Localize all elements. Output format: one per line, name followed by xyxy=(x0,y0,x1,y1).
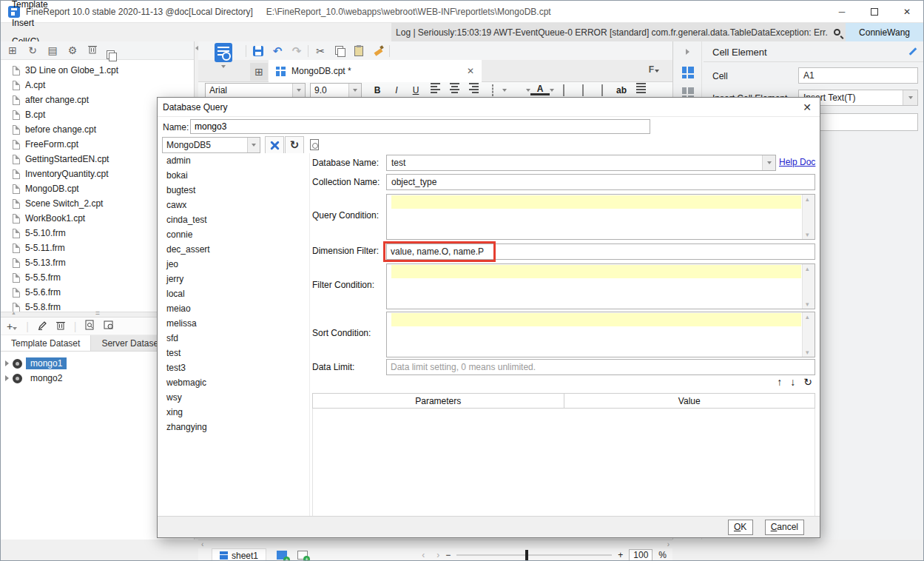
cut-button[interactable]: ✂ xyxy=(312,44,328,58)
move-down-icon[interactable]: ↓ xyxy=(790,376,795,388)
collection-list-item[interactable]: melissa xyxy=(162,316,309,331)
undo-button[interactable]: ↶ xyxy=(269,44,286,58)
widget-button[interactable] xyxy=(593,85,612,95)
zoom-slider[interactable] xyxy=(456,554,612,556)
panel-view-icon[interactable]: ▤ xyxy=(47,44,58,56)
font-family-select[interactable]: Arial xyxy=(205,83,306,98)
preview-dataset-icon[interactable] xyxy=(85,320,95,332)
horizontal-scrollbar[interactable]: ‹ › xyxy=(198,540,672,548)
collection-list-item[interactable]: test xyxy=(162,346,309,360)
connection-refresh-button[interactable]: ↻ xyxy=(285,136,304,154)
sort-condition-textarea[interactable] xyxy=(386,312,815,357)
collection-list-item[interactable]: wsy xyxy=(162,390,309,405)
zoom-in-button[interactable]: + xyxy=(618,550,623,560)
search-icon[interactable] xyxy=(828,23,846,41)
chevron-down-icon[interactable] xyxy=(348,84,361,97)
collection-list-item[interactable]: jeo xyxy=(162,257,309,272)
align-left-button[interactable] xyxy=(425,83,445,97)
chevron-down-icon[interactable] xyxy=(221,65,226,68)
dialog-title-bar[interactable]: Database Query ✕ xyxy=(158,98,820,117)
maximize-button[interactable] xyxy=(858,1,891,23)
query-name-field[interactable] xyxy=(190,119,650,134)
collection-list-item[interactable]: bokai xyxy=(162,168,309,183)
border-dropdown-icon[interactable] xyxy=(502,89,507,92)
text-style-button[interactable]: ab xyxy=(612,85,631,95)
delete-icon[interactable] xyxy=(87,44,98,56)
expand-icon[interactable] xyxy=(5,375,9,381)
collection-list-item[interactable]: meiao xyxy=(162,301,309,316)
scroll-left-icon[interactable]: ‹ xyxy=(201,540,203,548)
chevron-down-icon[interactable] xyxy=(903,90,917,105)
redo-button[interactable]: ↷ xyxy=(289,44,305,58)
align-center-button[interactable] xyxy=(445,83,464,97)
line-spacing-button[interactable] xyxy=(631,83,650,97)
dialog-close-icon[interactable]: ✕ xyxy=(800,101,814,114)
query-condition-textarea[interactable] xyxy=(386,194,815,240)
font-color-button[interactable]: A xyxy=(530,85,550,95)
collection-list-item[interactable]: test3 xyxy=(162,360,309,375)
scroll-right-icon[interactable]: › xyxy=(667,540,670,548)
user-account[interactable]: ConnieWang xyxy=(846,23,923,41)
collection-list-item[interactable]: zhangying xyxy=(162,420,309,434)
parameters-column-header[interactable]: Parameters xyxy=(313,394,564,408)
collection-name-field[interactable]: object_type xyxy=(386,174,815,190)
cell-element-tab-icon[interactable] xyxy=(682,67,694,78)
chevron-down-icon[interactable] xyxy=(247,138,260,152)
menu-item[interactable]: Template xyxy=(1,0,59,14)
chevron-down-icon[interactable] xyxy=(292,84,305,97)
font-size-select[interactable]: 9.0 xyxy=(310,83,362,98)
collection-list-item[interactable]: connie xyxy=(162,227,309,242)
database-name-select[interactable]: test xyxy=(386,155,776,171)
new-template-tab-button[interactable]: ⊞ xyxy=(250,63,268,81)
collection-list-item[interactable]: admin xyxy=(162,153,309,168)
settings-icon[interactable]: ⚙ xyxy=(67,44,78,56)
preview-template-button[interactable] xyxy=(206,43,241,80)
cell-reference-field[interactable]: A1 xyxy=(798,67,918,84)
bold-button[interactable]: B xyxy=(368,85,387,95)
close-button[interactable]: ✕ xyxy=(891,1,923,23)
minimize-button[interactable]: ─ xyxy=(826,1,858,23)
collection-list-item[interactable]: local xyxy=(162,286,309,301)
move-up-icon[interactable]: ↑ xyxy=(777,376,782,388)
collection-list-item[interactable]: bugtest xyxy=(162,183,309,198)
collection-list-item[interactable]: cinda_test xyxy=(162,212,309,227)
help-doc-link[interactable]: Help Doc xyxy=(779,157,815,167)
preview-data-icon[interactable] xyxy=(310,139,319,150)
edit-icon[interactable] xyxy=(907,47,917,57)
underline-button[interactable]: U xyxy=(406,85,425,95)
file-tree-item[interactable]: 3D Line on Globe_1.cpt xyxy=(1,63,194,78)
format-painter-button[interactable] xyxy=(370,44,386,58)
scrollbar[interactable] xyxy=(802,264,815,309)
collapse-right-panel-icon[interactable] xyxy=(686,49,689,55)
popup-panel-icon[interactable]: F xyxy=(649,64,659,75)
active-document-tab[interactable]: MongoDB.cpt * ✕ xyxy=(269,60,482,82)
close-tab-icon[interactable]: ✕ xyxy=(467,66,474,76)
menu-item[interactable]: Insert xyxy=(1,14,59,33)
unmerge-cells-button[interactable] xyxy=(573,85,593,95)
edit-dataset-icon[interactable] xyxy=(38,320,47,332)
connection-select[interactable]: MongoDB5 xyxy=(162,137,260,153)
save-button[interactable] xyxy=(250,44,266,58)
zoom-level-field[interactable]: 100 xyxy=(629,549,652,561)
copy-button[interactable] xyxy=(331,44,348,58)
new-folder-icon[interactable]: ⊞ xyxy=(7,44,18,56)
file-tree-item[interactable]: A.cpt xyxy=(1,78,194,93)
collection-list-item[interactable]: jerry xyxy=(162,272,309,286)
collection-list-item[interactable]: sfd xyxy=(162,331,309,346)
collection-list-item[interactable]: dec_assert xyxy=(162,242,309,257)
scrollbar[interactable] xyxy=(802,195,815,239)
zoom-out-button[interactable]: − xyxy=(445,550,451,560)
filter-condition-textarea[interactable] xyxy=(386,263,815,309)
data-limit-field[interactable] xyxy=(386,359,815,375)
paste-button[interactable] xyxy=(351,44,367,58)
scrollbar[interactable] xyxy=(802,312,815,357)
add-form-sheet-button[interactable] xyxy=(297,551,308,560)
dimension-filter-field[interactable] xyxy=(386,243,815,260)
merge-cells-button[interactable] xyxy=(554,85,573,95)
collection-list-item[interactable]: webmagic xyxy=(162,375,309,390)
chevron-down-icon[interactable] xyxy=(762,155,775,170)
collection-list-item[interactable]: cawx xyxy=(162,198,309,212)
prev-sheet-icon[interactable]: ‹ xyxy=(422,550,425,560)
expand-icon[interactable] xyxy=(5,360,9,366)
align-right-button[interactable] xyxy=(464,83,483,97)
